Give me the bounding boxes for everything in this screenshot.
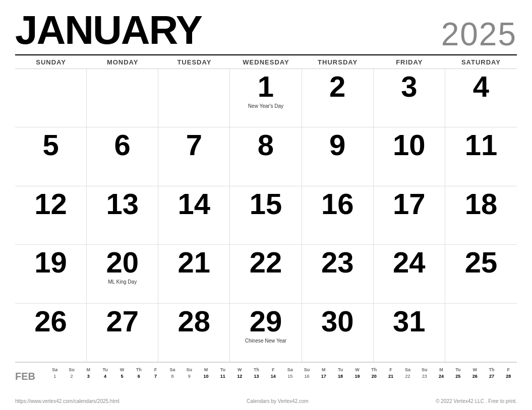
mini-day: 26 <box>466 373 483 380</box>
footer-center: Calendars by Vertex42.com <box>247 398 309 404</box>
date-number: 25 <box>465 248 498 277</box>
mini-day: 22 <box>399 373 416 380</box>
mini-day-header: Su <box>416 367 433 373</box>
day-header: FRIDAY <box>374 55 445 69</box>
day-headers: SUNDAYMONDAYTUESDAYWEDNESDAYTHURSDAYFRID… <box>15 55 517 69</box>
calendar-cell: 20ML King Day <box>87 245 158 303</box>
mini-day-header: Sa <box>282 367 299 373</box>
mini-day-header: F <box>147 367 164 373</box>
mini-day-header: M <box>80 367 97 373</box>
mini-day: 19 <box>349 373 366 380</box>
calendar-cell: 19 <box>15 245 87 303</box>
calendar-cell: 11 <box>445 127 517 186</box>
date-number: 11 <box>465 130 498 160</box>
date-number: 15 <box>250 189 282 219</box>
calendar-cell: 30 <box>302 304 374 362</box>
calendar-cell: 15 <box>230 186 302 245</box>
calendar-cell <box>158 69 230 127</box>
mini-day: 20 <box>366 373 382 380</box>
calendar-cell: 14 <box>158 186 230 245</box>
calendar-cell: 25 <box>445 245 517 303</box>
mini-day-header: W <box>466 367 483 373</box>
mini-day-header: Tu <box>332 367 348 373</box>
date-number: 1 <box>258 72 274 101</box>
date-number: 2 <box>329 72 345 101</box>
calendar-cell: 31 <box>374 304 445 362</box>
mini-day-header: Su <box>299 367 315 373</box>
day-header: THURSDAY <box>302 55 374 69</box>
calendar-cell: 21 <box>158 245 230 303</box>
date-number: 22 <box>250 248 282 277</box>
date-number: 12 <box>34 189 67 219</box>
day-header: SATURDAY <box>445 55 517 69</box>
mini-day: 9 <box>181 373 198 380</box>
date-number: 18 <box>465 189 498 219</box>
mini-day-header: Tu <box>214 367 231 373</box>
holiday-label: New Year's Day <box>234 103 297 109</box>
mini-day: 6 <box>131 373 147 380</box>
calendar-cell: 6 <box>87 127 158 186</box>
footer: https://www.vertex42.com/calendars/2025.… <box>15 396 517 405</box>
mini-day-header: W <box>349 367 366 373</box>
date-number: 7 <box>186 130 202 160</box>
mini-day: 16 <box>299 373 315 380</box>
mini-day-header: Sa <box>164 367 181 373</box>
calendar-cell: 28 <box>158 304 230 362</box>
mini-day: 3 <box>80 373 97 380</box>
calendar-cell: 9 <box>302 127 374 186</box>
mini-day-header: W <box>231 367 248 373</box>
calendar-grid: 1New Year's Day2345678910111213141516171… <box>15 69 517 362</box>
date-number: 27 <box>106 307 139 336</box>
footer-right: © 2022 Vertex42 LLC . Free to print. <box>436 398 517 404</box>
calendar-cell: 5 <box>15 127 87 186</box>
date-number: 20 <box>106 248 139 277</box>
calendar-cell: 23 <box>302 245 374 303</box>
calendar-container: JANUARY 2025 SUNDAYMONDAYTUESDAYWEDNESDA… <box>0 0 532 410</box>
mini-calendar-section: FEB SaSuMTuWThFSaSuMTuWThFSaSuMTuWThFSaS… <box>15 362 517 396</box>
mini-day-header: Sa <box>399 367 416 373</box>
month-title: JANUARY <box>15 10 202 50</box>
mini-day: 1 <box>46 373 63 380</box>
holiday-label: Chinese New Year <box>234 338 297 344</box>
calendar-cell: 18 <box>445 186 517 245</box>
mini-day-header: M <box>433 367 449 373</box>
mini-day: 4 <box>97 373 113 380</box>
date-number: 24 <box>393 248 426 277</box>
date-number: 14 <box>178 189 211 219</box>
date-number: 30 <box>321 307 354 336</box>
day-header: TUESDAY <box>158 55 230 69</box>
mini-day-header: W <box>113 367 130 373</box>
calendar-cell: 13 <box>87 186 158 245</box>
year-title: 2025 <box>441 18 517 50</box>
calendar-cell <box>87 69 158 127</box>
mini-day-header: Tu <box>97 367 113 373</box>
mini-day-header: Su <box>63 367 80 373</box>
calendar-cell: 12 <box>15 186 87 245</box>
mini-day-header: Th <box>131 367 147 373</box>
mini-day-header: F <box>382 367 399 373</box>
mini-day-header: M <box>315 367 332 373</box>
mini-day-header: Sa <box>46 367 63 373</box>
date-number: 3 <box>401 72 417 101</box>
date-number: 29 <box>250 307 282 336</box>
day-header: MONDAY <box>87 55 158 69</box>
mini-day: 10 <box>198 373 214 380</box>
mini-month-label: FEB <box>15 371 39 382</box>
mini-calendar-grid: SaSuMTuWThFSaSuMTuWThFSaSuMTuWThFSaSuMTu… <box>46 367 517 380</box>
mini-day: 8 <box>164 373 181 380</box>
header-row: JANUARY 2025 <box>15 10 517 50</box>
date-number: 10 <box>393 130 426 160</box>
mini-day: 15 <box>282 373 299 380</box>
date-number: 8 <box>258 130 274 160</box>
date-number: 26 <box>34 307 67 336</box>
mini-day: 28 <box>500 373 517 380</box>
date-number: 13 <box>106 189 139 219</box>
calendar-cell: 8 <box>230 127 302 186</box>
calendar-cell: 3 <box>374 69 445 127</box>
date-number: 21 <box>178 248 211 277</box>
mini-day-header: M <box>198 367 214 373</box>
date-number: 23 <box>321 248 354 277</box>
holiday-label: ML King Day <box>91 279 154 285</box>
mini-day: 23 <box>416 373 433 380</box>
calendar-cell <box>445 304 517 362</box>
